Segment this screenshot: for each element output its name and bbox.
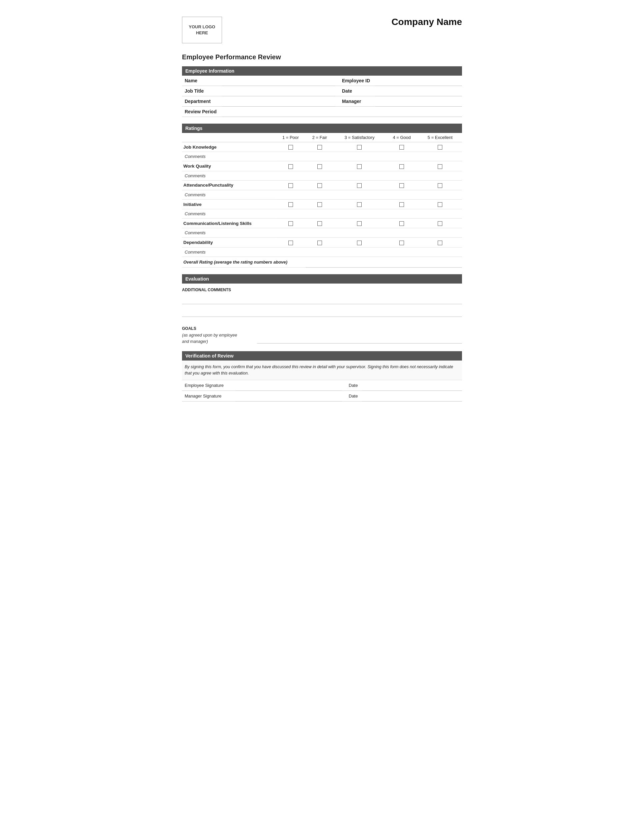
manager-label: Manager: [335, 96, 375, 107]
checkbox-initiative-4[interactable]: [385, 199, 418, 209]
checkbox-work-quality-3[interactable]: [334, 161, 386, 171]
manager-sig-value[interactable]: [235, 391, 342, 401]
manager-sig-label: Manager Signature: [182, 391, 235, 401]
checkbox-job-knowledge-5[interactable]: [418, 142, 462, 152]
department-label: Department: [182, 96, 222, 107]
checkbox-dependability-5[interactable]: [418, 238, 462, 247]
overall-rating-row: Overall Rating (average the rating numbe…: [182, 257, 462, 267]
overall-rating-input[interactable]: [306, 257, 462, 267]
checkbox-dependability-4[interactable]: [385, 238, 418, 247]
category-name: Work Quality: [182, 161, 275, 171]
checkbox-attendance/punctuality-3[interactable]: [334, 180, 386, 190]
comments-row: Comments: [182, 190, 462, 199]
employee-sig-value[interactable]: [235, 380, 342, 391]
checkbox-initiative-5[interactable]: [418, 199, 462, 209]
rating-category-row: Job Knowledge: [182, 142, 462, 152]
table-row: Name Employee ID: [182, 76, 462, 86]
checkbox-initiative-1[interactable]: [275, 199, 306, 209]
logo-placeholder: YOUR LOGO HERE: [182, 17, 222, 43]
checkbox-communication/listening-skills-5[interactable]: [418, 219, 462, 228]
checkbox-attendance/punctuality-4[interactable]: [385, 180, 418, 190]
col-1: 1 = Poor: [275, 133, 306, 142]
checkbox-initiative-3[interactable]: [334, 199, 386, 209]
comments-row: Comments: [182, 247, 462, 257]
table-row: Department Manager: [182, 96, 462, 107]
comments-value[interactable]: [275, 209, 462, 219]
checkbox-dependability-2[interactable]: [306, 238, 333, 247]
checkbox-dependability-3[interactable]: [334, 238, 386, 247]
verification-disclaimer: By signing this form, you confirm that y…: [182, 360, 462, 380]
comments-row: Comments: [182, 228, 462, 238]
evaluation-header: Evaluation: [182, 274, 462, 283]
comments-label: Comments: [182, 152, 275, 161]
name-label: Name: [182, 76, 222, 86]
employee-info-table: Name Employee ID Job Title Date Departme…: [182, 76, 462, 117]
comments-value[interactable]: [275, 152, 462, 161]
name-value[interactable]: [222, 76, 335, 86]
col-3: 3 = Satisfactory: [334, 133, 386, 142]
department-value[interactable]: [222, 96, 335, 107]
rating-category-row: Dependability: [182, 238, 462, 247]
checkbox-job-knowledge-1[interactable]: [275, 142, 306, 152]
goals-label: GOALS: [182, 326, 250, 331]
signature-table: Employee Signature Date Manager Signatur…: [182, 380, 462, 402]
employee-id-value[interactable]: [375, 76, 462, 86]
table-row: Manager Signature Date: [182, 391, 462, 401]
comments-value[interactable]: [275, 171, 462, 180]
comments-value[interactable]: [275, 247, 462, 257]
table-row: Review Period: [182, 107, 462, 117]
date-label: Date: [335, 86, 375, 96]
review-period-value[interactable]: [222, 107, 462, 117]
comments-label: Comments: [182, 190, 275, 199]
employee-id-label: Employee ID: [335, 76, 375, 86]
verification-header: Verification of Review: [182, 351, 462, 360]
date-value[interactable]: [375, 86, 462, 96]
ratings-header: Ratings: [182, 124, 462, 133]
logo-text: YOUR LOGO HERE: [189, 24, 215, 36]
checkbox-attendance/punctuality-1[interactable]: [275, 180, 306, 190]
goals-input-area[interactable]: [257, 323, 462, 344]
manager-value[interactable]: [375, 96, 462, 107]
comments-value[interactable]: [275, 228, 462, 238]
rating-category-row: Attendance/Punctuality: [182, 180, 462, 190]
table-row: Employee Signature Date: [182, 380, 462, 391]
job-title-label: Job Title: [182, 86, 222, 96]
employee-sig-label: Employee Signature: [182, 380, 235, 391]
comments-row: Comments: [182, 209, 462, 219]
job-title-value[interactable]: [222, 86, 335, 96]
checkbox-work-quality-2[interactable]: [306, 161, 333, 171]
additional-comments-line-1[interactable]: [182, 294, 462, 304]
checkbox-communication/listening-skills-3[interactable]: [334, 219, 386, 228]
manager-date-value[interactable]: [362, 391, 462, 401]
evaluation-section: ADDITIONAL COMMENTS GOALS (as agreed upo…: [182, 288, 462, 345]
category-name: Initiative: [182, 199, 275, 209]
checkbox-communication/listening-skills-1[interactable]: [275, 219, 306, 228]
rating-category-row: Work Quality: [182, 161, 462, 171]
col-2: 2 = Fair: [306, 133, 333, 142]
checkbox-work-quality-1[interactable]: [275, 161, 306, 171]
checkbox-communication/listening-skills-2[interactable]: [306, 219, 333, 228]
checkbox-attendance/punctuality-2[interactable]: [306, 180, 333, 190]
page-title: Employee Performance Review: [182, 53, 462, 61]
checkbox-job-knowledge-4[interactable]: [385, 142, 418, 152]
additional-comments-label: ADDITIONAL COMMENTS: [182, 288, 462, 292]
checkbox-work-quality-5[interactable]: [418, 161, 462, 171]
comments-label: Comments: [182, 247, 275, 257]
table-row: Job Title Date: [182, 86, 462, 96]
col-4: 4 = Good: [385, 133, 418, 142]
employee-date-value[interactable]: [362, 380, 462, 391]
goals-subtext: (as agreed upon by employee and manager): [182, 332, 250, 345]
checkbox-dependability-1[interactable]: [275, 238, 306, 247]
checkbox-communication/listening-skills-4[interactable]: [385, 219, 418, 228]
comments-row: Comments: [182, 171, 462, 180]
checkbox-initiative-2[interactable]: [306, 199, 333, 209]
checkbox-attendance/punctuality-5[interactable]: [418, 180, 462, 190]
manager-date-label: Date: [342, 391, 362, 401]
checkbox-job-knowledge-2[interactable]: [306, 142, 333, 152]
checkbox-job-knowledge-3[interactable]: [334, 142, 386, 152]
category-name: Attendance/Punctuality: [182, 180, 275, 190]
comments-value[interactable]: [275, 190, 462, 199]
additional-comments-line-2[interactable]: [182, 306, 462, 317]
checkbox-work-quality-4[interactable]: [385, 161, 418, 171]
comments-label: Comments: [182, 171, 275, 180]
